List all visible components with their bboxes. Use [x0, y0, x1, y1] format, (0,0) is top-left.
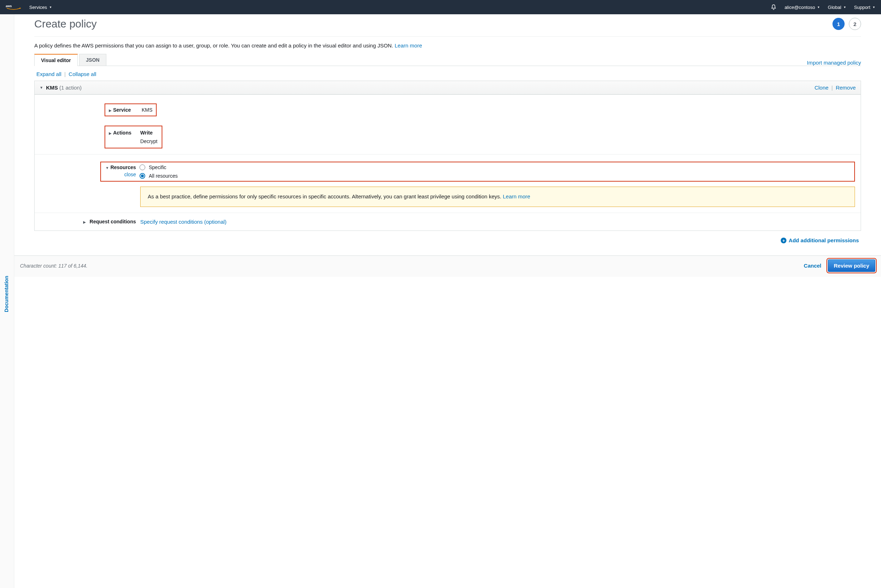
review-policy-button[interactable]: Review policy: [828, 260, 875, 272]
conditions-link[interactable]: Specify request conditions (optional): [140, 219, 227, 225]
caret-right-icon: ▶: [109, 131, 112, 135]
permission-block-header[interactable]: ▼ KMS (1 action) Clone | Remove: [35, 81, 861, 94]
radio-specific-row[interactable]: Specific: [140, 165, 178, 170]
import-managed-policy-link[interactable]: Import managed policy: [807, 60, 861, 66]
service-label[interactable]: Service: [113, 107, 131, 113]
account-label: alice@contoso: [785, 4, 815, 10]
caret-right-icon: ▶: [83, 220, 86, 224]
block-title: KMS: [46, 84, 58, 91]
notifications-icon[interactable]: [770, 4, 777, 10]
remove-link[interactable]: Remove: [836, 84, 855, 91]
wizard-steps: 1 2: [833, 18, 861, 30]
support-menu[interactable]: Support ▼: [854, 4, 875, 10]
radio-checked-icon[interactable]: [140, 173, 145, 179]
conditions-label[interactable]: Request conditions: [90, 219, 136, 224]
caret-down-icon: ▼: [817, 6, 820, 9]
caret-right-icon: ▶: [109, 108, 112, 112]
resources-warning: As a best practice, define permissions f…: [140, 187, 855, 207]
page-title: Create policy: [34, 18, 97, 30]
support-label: Support: [854, 4, 870, 10]
radio-all-label: All resources: [149, 173, 178, 179]
actions-item: Decrypt: [140, 137, 158, 146]
highlight-actions: ▶ Actions Write Decrypt: [105, 126, 162, 148]
highlight-resources: ▼ Resources close Specific: [100, 162, 855, 182]
resources-label[interactable]: Resources: [110, 165, 136, 170]
top-nav: aws Services ▼ alice@contoso ▼ Global ▼ …: [0, 0, 881, 14]
caret-down-icon: ▼: [106, 166, 109, 170]
caret-down-icon: ▼: [49, 6, 52, 9]
services-label: Services: [29, 4, 47, 10]
caret-down-icon: ▼: [40, 86, 43, 90]
resources-close-link[interactable]: close: [124, 172, 136, 177]
collapse-all-link[interactable]: Collapse all: [69, 71, 96, 77]
account-menu[interactable]: alice@contoso ▼: [785, 4, 820, 10]
plus-icon: +: [781, 238, 786, 243]
caret-down-icon: ▼: [843, 6, 846, 9]
radio-all-row[interactable]: All resources: [140, 173, 178, 179]
region-menu[interactable]: Global ▼: [828, 4, 846, 10]
service-value: KMS: [138, 107, 152, 113]
side-strip: [0, 14, 14, 277]
caret-down-icon: ▼: [872, 6, 875, 9]
highlight-service: ▶ Service KMS: [105, 104, 157, 116]
documentation-tab[interactable]: Documentation: [3, 274, 10, 277]
footer-bar: Character count: 117 of 6,144. Cancel Re…: [14, 255, 881, 277]
actions-label[interactable]: Actions: [113, 130, 131, 136]
radio-unchecked-icon[interactable]: [140, 165, 145, 170]
learn-more-link[interactable]: Learn more: [395, 42, 422, 48]
region-label: Global: [828, 4, 841, 10]
tab-json[interactable]: JSON: [79, 54, 107, 66]
step-2[interactable]: 2: [849, 18, 861, 30]
step-1[interactable]: 1: [833, 18, 845, 30]
aws-logo[interactable]: aws: [6, 4, 21, 10]
page-description: A policy defines the AWS permissions tha…: [34, 37, 861, 54]
block-count: (1 action): [59, 84, 82, 91]
cancel-button[interactable]: Cancel: [804, 262, 821, 268]
services-menu[interactable]: Services ▼: [29, 4, 52, 10]
add-permissions-link[interactable]: +Add additional permissions: [781, 237, 859, 243]
actions-group: Write: [140, 129, 158, 137]
svg-text:aws: aws: [6, 4, 12, 8]
tab-visual-editor[interactable]: Visual editor: [34, 54, 78, 66]
radio-specific-label: Specific: [149, 165, 166, 170]
permission-block: ▼ KMS (1 action) Clone | Remove ▶ Servic…: [34, 81, 861, 231]
warning-learn-more-link[interactable]: Learn more: [503, 194, 530, 200]
expand-all-link[interactable]: Expand all: [36, 71, 62, 77]
character-count: Character count: 117 of 6,144.: [20, 263, 87, 268]
clone-link[interactable]: Clone: [815, 84, 828, 91]
